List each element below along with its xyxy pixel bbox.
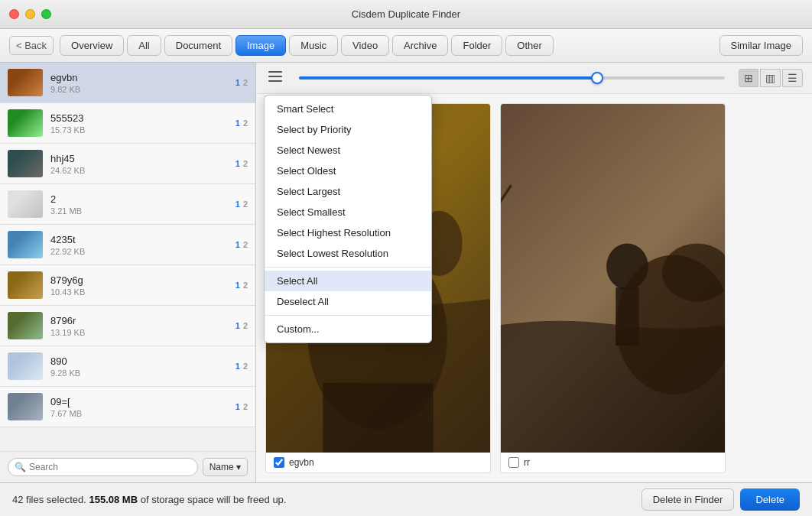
sort-button[interactable]: Name ▾ [203, 458, 248, 476]
file-thumbnail [8, 352, 43, 380]
tab-music[interactable]: Music [289, 35, 338, 56]
menu-item-custom[interactable]: Custom... [265, 319, 431, 339]
tab-image[interactable]: Image [235, 35, 286, 56]
titlebar-buttons [9, 9, 51, 19]
grid-view-button[interactable]: ⊞ [739, 69, 758, 87]
tab-folder[interactable]: Folder [451, 35, 502, 56]
file-thumbnail [8, 271, 43, 299]
count-total: 2 [243, 321, 248, 330]
similar-image-button[interactable]: Similar Image [719, 35, 803, 56]
menu-divider-2 [265, 315, 431, 316]
file-thumbnail [8, 69, 43, 96]
maximize-button[interactable] [41, 9, 51, 19]
menu-item-select-by-priority[interactable]: Select by Priority [265, 119, 431, 140]
menu-item-select-smallest[interactable]: Select Smallest [265, 202, 431, 222]
menu-item-select-highest-resolution[interactable]: Select Highest Resolution [265, 222, 431, 243]
file-info: 09=[ 7.67 MB [50, 396, 235, 418]
file-size: 22.92 KB [50, 247, 235, 256]
file-info: 4235t 22.92 KB [50, 234, 235, 256]
menu-item-select-all[interactable]: Select All [265, 271, 431, 291]
file-size: 7.67 MB [50, 409, 235, 418]
search-input[interactable] [29, 462, 191, 472]
count-total: 2 [243, 362, 248, 371]
status-suffix: of storage space will be freed up. [141, 494, 287, 505]
menu-item-select-oldest[interactable]: Select Oldest [265, 161, 431, 181]
tab-document[interactable]: Document [164, 35, 232, 56]
action-buttons: Delete in Finder Delete [641, 488, 800, 511]
count-total: 2 [243, 281, 248, 290]
list-item[interactable]: 4235t 22.92 KB 1 2 [0, 225, 255, 265]
menu-item-smart-select[interactable]: Smart Select [265, 99, 431, 119]
slider-thumb[interactable] [591, 72, 603, 84]
count-selected: 1 [235, 200, 240, 209]
select-menu-button[interactable] [265, 70, 285, 86]
file-thumbnail [8, 231, 43, 258]
file-size: 15.73 KB [50, 125, 235, 135]
zoom-slider[interactable] [293, 76, 731, 80]
file-name: 2 [50, 193, 235, 205]
view-buttons: ⊞ ▥ ☰ [739, 69, 803, 87]
count-selected: 1 [235, 321, 240, 330]
count-total: 2 [243, 200, 248, 209]
select-dropdown-menu: Smart Select Select by Priority Select N… [264, 95, 432, 343]
back-button[interactable]: < Back [9, 36, 54, 55]
count-total: 2 [243, 118, 248, 128]
image-checkbox-left[interactable] [274, 457, 284, 468]
delete-button[interactable]: Delete [740, 488, 800, 511]
list-item[interactable]: 879y6g 10.43 KB 1 2 [0, 265, 255, 306]
main-content: egvbn 9.82 KB 1 2 555523 15.73 KB 1 2 [0, 63, 812, 482]
svg-rect-2 [268, 80, 282, 82]
sidebar: egvbn 9.82 KB 1 2 555523 15.73 KB 1 2 [0, 63, 256, 482]
file-list: egvbn 9.82 KB 1 2 555523 15.73 KB 1 2 [0, 63, 255, 451]
file-counts: 1 2 [235, 362, 248, 371]
list-item[interactable]: 8796r 13.19 KB 1 2 [0, 306, 255, 346]
menu-item-deselect-all[interactable]: Deselect All [265, 291, 431, 312]
tab-archive[interactable]: Archive [392, 35, 448, 56]
search-wrap[interactable]: 🔍 [8, 458, 198, 476]
filmstrip-view-button[interactable]: ▥ [760, 69, 781, 87]
image-label-left: egvbn [289, 457, 314, 468]
list-item[interactable]: hhj45 24.62 KB 1 2 [0, 144, 255, 184]
menu-item-select-lowest-resolution[interactable]: Select Lowest Resolution [265, 243, 431, 264]
list-item[interactable]: egvbn 9.82 KB 1 2 [0, 63, 255, 103]
file-thumbnail [8, 312, 43, 339]
image-label-right: rr [524, 457, 530, 468]
file-info: egvbn 9.82 KB [50, 72, 235, 94]
status-text: 42 files selected. 155.08 MB of storage … [12, 494, 286, 505]
search-icon: 🔍 [15, 462, 26, 472]
file-info: 879y6g 10.43 KB [50, 274, 235, 297]
count-selected: 1 [235, 159, 240, 168]
file-name: 09=[ [50, 396, 235, 407]
count-selected: 1 [235, 402, 240, 411]
file-counts: 1 2 [235, 402, 248, 411]
minimize-button[interactable] [25, 9, 35, 19]
tab-other[interactable]: Other [505, 35, 554, 56]
panel-toolbar: ⊞ ▥ ☰ [256, 63, 812, 94]
image-label-row-right: rr [501, 453, 725, 472]
list-item[interactable]: 09=[ 7.67 MB 1 2 [0, 387, 255, 427]
file-name: hhj45 [50, 153, 235, 164]
file-size: 9.82 KB [50, 85, 235, 94]
file-name: 4235t [50, 234, 235, 245]
image-label-row-left: egvbn [266, 453, 490, 472]
slider-fill [299, 76, 597, 80]
delete-in-finder-button[interactable]: Delete in Finder [641, 488, 735, 511]
file-name: 8796r [50, 315, 235, 326]
list-view-button[interactable]: ☰ [782, 69, 803, 87]
file-info: 2 3.21 MB [50, 193, 235, 216]
tab-overview[interactable]: Overview [60, 35, 124, 56]
tab-all[interactable]: All [127, 35, 161, 56]
sidebar-search: 🔍 Name ▾ [0, 451, 255, 482]
list-item[interactable]: 555523 15.73 KB 1 2 [0, 103, 255, 144]
tab-video[interactable]: Video [341, 35, 389, 56]
file-name: 890 [50, 355, 235, 367]
image-card-right: rr [500, 103, 726, 473]
close-button[interactable] [9, 9, 19, 19]
files-selected-count: 42 files selected. [12, 494, 86, 505]
right-panel: ⊞ ▥ ☰ Smart Select Select by Priority Se… [256, 63, 812, 482]
list-item[interactable]: 890 9.28 KB 1 2 [0, 346, 255, 387]
image-checkbox-right[interactable] [508, 457, 519, 468]
menu-item-select-newest[interactable]: Select Newest [265, 140, 431, 161]
list-item[interactable]: 2 3.21 MB 1 2 [0, 184, 255, 225]
menu-item-select-largest[interactable]: Select Largest [265, 181, 431, 202]
